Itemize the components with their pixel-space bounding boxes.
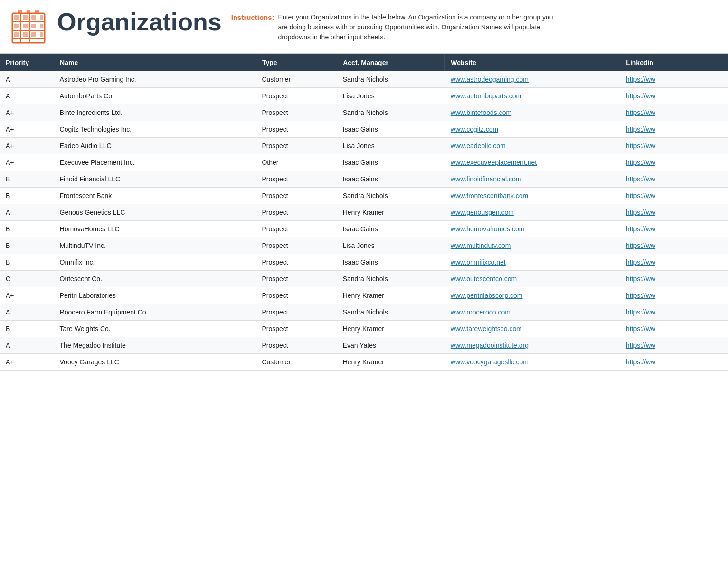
cell-website[interactable]: www.astrodeogaming.com [445,71,620,88]
cell-name: Genous Genetics LLC [54,204,256,221]
cell-website[interactable]: www.rooceroco.com [445,304,620,321]
table-row: A+Cogitz Technologies Inc.ProspectIsaac … [0,121,728,138]
cell-acct_manager: Isaac Gains [337,221,445,238]
instructions-block: Instructions: Enter your Organizations i… [231,9,564,42]
table-row: ARoocero Farm Equipment Co.ProspectSandr… [0,304,728,321]
cell-name: Voocy Garages LLC [54,354,256,370]
cell-website[interactable]: www.finoidfinancial.com [445,171,620,188]
cell-name: Eadeo Audio LLC [54,138,256,154]
page-header: Organizations Instructions: Enter your O… [0,0,728,54]
cell-priority: A [0,71,54,88]
cell-website[interactable]: www.cogitz.com [445,121,620,138]
svg-rect-16 [23,32,28,37]
table-row: BTare Weights Co.ProspectHenry Kramerwww… [0,321,728,337]
cell-name: HomovaHomes LLC [54,221,256,238]
cell-website[interactable]: www.genousgen.com [445,204,620,221]
cell-name: AutomboParts Co. [54,88,256,104]
col-header-website: Website [445,54,620,71]
cell-linkedin[interactable]: https://ww [620,337,728,354]
cell-acct_manager: Henry Kramer [337,321,445,337]
cell-linkedin[interactable]: https://ww [620,271,728,287]
cell-priority: B [0,188,54,204]
table-row: A+Peritri LaboratoriesProspectHenry Kram… [0,287,728,304]
cell-website[interactable]: www.automboparts.com [445,88,620,104]
cell-website[interactable]: www.frontescentbank.com [445,188,620,204]
cell-name: Finoid Financial LLC [54,171,256,188]
instructions-label: Instructions: [231,13,274,21]
cell-website[interactable]: www.omnifixco.net [445,254,620,271]
cell-type: Prospect [256,138,337,154]
cell-type: Prospect [256,221,337,238]
cell-linkedin[interactable]: https://ww [620,204,728,221]
cell-priority: A [0,204,54,221]
cell-website[interactable]: www.megadooinstitute.org [445,337,620,354]
table-row: BMultinduTV Inc.ProspectLisa Joneswww.mu… [0,238,728,254]
cell-website[interactable]: www.execuveeplacement.net [445,154,620,171]
cell-acct_manager: Sandra Nichols [337,271,445,287]
cell-name: Roocero Farm Equipment Co. [54,304,256,321]
table-row: BFrontescent BankProspectSandra Nicholsw… [0,188,728,204]
cell-type: Prospect [256,104,337,121]
cell-linkedin[interactable]: https://ww [620,138,728,154]
cell-name: Binte Ingredients Ltd. [54,104,256,121]
cell-website[interactable]: www.peritrilabscorp.com [445,287,620,304]
svg-rect-13 [31,24,36,28]
cell-type: Customer [256,354,337,370]
cell-acct_manager: Isaac Gains [337,254,445,271]
cell-priority: A [0,304,54,321]
svg-rect-9 [31,15,36,20]
svg-rect-12 [23,24,28,28]
table-row: A+Eadeo Audio LLCProspectLisa Joneswww.e… [0,138,728,154]
svg-rect-11 [14,24,19,28]
table-row: BOmnifix Inc.ProspectIsaac Gainswww.omni… [0,254,728,271]
col-header-type: Type [256,54,337,71]
col-header-name: Name [54,54,256,71]
cell-acct_manager: Sandra Nichols [337,188,445,204]
cell-website[interactable]: www.multindutv.com [445,238,620,254]
cell-linkedin[interactable]: https://ww [620,121,728,138]
cell-type: Prospect [256,321,337,337]
cell-website[interactable]: www.eadeollc.com [445,138,620,154]
svg-rect-10 [40,15,43,20]
cell-website[interactable]: www.homovahomes.com [445,221,620,238]
cell-type: Prospect [256,271,337,287]
cell-linkedin[interactable]: https://ww [620,221,728,238]
cell-linkedin[interactable]: https://ww [620,171,728,188]
cell-acct_manager: Henry Kramer [337,287,445,304]
cell-priority: C [0,271,54,287]
table-row: AAutomboParts Co.ProspectLisa Joneswww.a… [0,88,728,104]
cell-name: Frontescent Bank [54,188,256,204]
svg-rect-14 [40,24,43,28]
cell-priority: A+ [0,154,54,171]
cell-linkedin[interactable]: https://ww [620,287,728,304]
cell-linkedin[interactable]: https://ww [620,354,728,370]
cell-linkedin[interactable]: https://ww [620,71,728,88]
cell-name: The Megadoo Institute [54,337,256,354]
cell-linkedin[interactable]: https://ww [620,254,728,271]
cell-priority: A+ [0,354,54,370]
cell-linkedin[interactable]: https://ww [620,304,728,321]
cell-name: Omnifix Inc. [54,254,256,271]
cell-linkedin[interactable]: https://ww [620,188,728,204]
cell-website[interactable]: www.bintefoods.com [445,104,620,121]
organizations-table: Priority Name Type Acct. Manager Website… [0,54,728,370]
cell-linkedin[interactable]: https://ww [620,238,728,254]
cell-website[interactable]: www.outescentco.com [445,271,620,287]
cell-linkedin[interactable]: https://ww [620,321,728,337]
cell-priority: A [0,88,54,104]
table-row: A+Voocy Garages LLCCustomerHenry Kramerw… [0,354,728,370]
table-row: A+Execuvee Placement Inc.OtherIsaac Gain… [0,154,728,171]
svg-rect-18 [40,32,43,37]
svg-rect-7 [14,15,19,20]
cell-linkedin[interactable]: https://ww [620,154,728,171]
cell-website[interactable]: www.voocygaragesllc.com [445,354,620,370]
cell-linkedin[interactable]: https://ww [620,88,728,104]
cell-type: Prospect [256,238,337,254]
table-row: COutescent Co.ProspectSandra Nicholswww.… [0,271,728,287]
cell-type: Prospect [256,337,337,354]
cell-name: Astrodeo Pro Gaming Inc. [54,71,256,88]
cell-type: Prospect [256,254,337,271]
table-row: A+Binte Ingredients Ltd.ProspectSandra N… [0,104,728,121]
cell-linkedin[interactable]: https://ww [620,104,728,121]
cell-website[interactable]: www.tareweightsco.com [445,321,620,337]
